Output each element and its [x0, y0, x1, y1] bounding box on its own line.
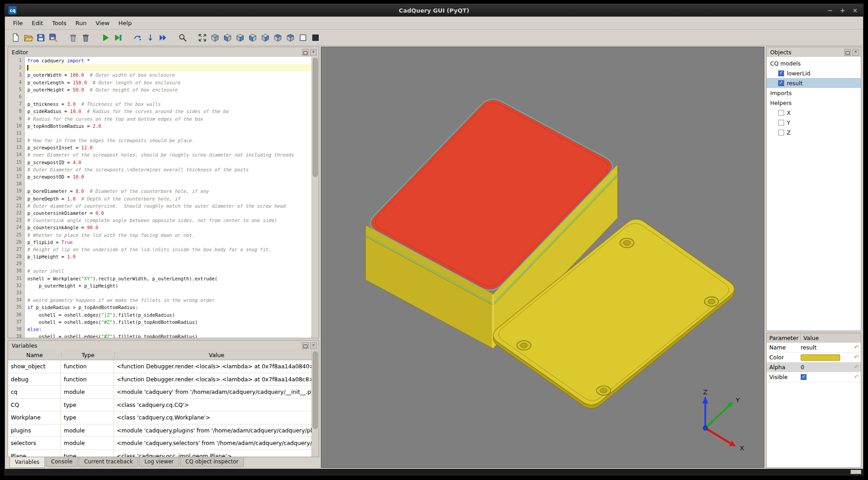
title-bar[interactable]: cq CadQuery GUI (PyQT) − + × [5, 4, 863, 17]
code-line[interactable]: 17 p_screwpostOD = 10.0 [8, 173, 319, 180]
float-objects-button[interactable] [844, 49, 851, 56]
color-swatch[interactable] [801, 354, 840, 361]
column-header-value[interactable]: Value [801, 335, 861, 341]
item-checkbox[interactable] [778, 130, 784, 135]
shaded-button[interactable] [309, 31, 322, 44]
wireframe-button[interactable] [297, 31, 309, 44]
variables-scrollbar-thumb[interactable] [313, 351, 318, 429]
menu-view[interactable]: View [91, 18, 114, 28]
new-file-button[interactable] [9, 31, 22, 44]
code-line[interactable]: 35 if p_sideRadius > p_topAndBottomRadiu… [8, 304, 319, 311]
reset-icon[interactable]: ↶ [854, 354, 859, 361]
item-checkbox[interactable] [778, 70, 784, 76]
3d-scene[interactable]: Z Y X [321, 47, 764, 467]
view-right-button[interactable] [259, 31, 272, 44]
close-variables-button[interactable]: × [310, 342, 317, 349]
view-back-button[interactable] [234, 31, 246, 44]
column-header-type[interactable]: Type [61, 352, 115, 358]
tree-item-y[interactable]: Y [767, 118, 861, 127]
code-line[interactable]: 1 from cadquery import * [8, 57, 319, 64]
tab-console[interactable]: Console [46, 457, 78, 467]
run-script-button[interactable] [99, 31, 112, 44]
column-header-name[interactable]: Name [8, 352, 61, 358]
delete-button[interactable] [67, 31, 79, 44]
step-over-button[interactable] [132, 31, 144, 44]
tab-variables[interactable]: Variables [9, 457, 45, 468]
code-line[interactable]: 14 # nner Diameter of the screwpost hole… [8, 151, 319, 158]
code-line[interactable]: 8 p_sideRadius = 10.0 # Radius for the c… [8, 108, 319, 115]
tree-item-lowerlid[interactable]: lowerLid [767, 68, 861, 78]
code-line[interactable]: 11 [8, 130, 319, 137]
3d-viewport[interactable]: Z Y X [321, 47, 764, 468]
tree-item-imports[interactable]: Imports [767, 88, 861, 98]
tree-item-x[interactable]: X [767, 108, 861, 118]
editor-panel-titlebar[interactable]: Editor × [8, 47, 319, 57]
code-line[interactable]: 12 # How far in from the edges the screw… [8, 137, 319, 144]
item-checkbox[interactable] [778, 120, 784, 126]
view-isometric-button[interactable] [209, 31, 221, 44]
close-button[interactable]: × [852, 7, 858, 13]
column-header-value[interactable]: Value [115, 352, 319, 358]
item-checkbox[interactable] [778, 110, 784, 116]
code-line[interactable]: 10 p_topAndBottomRadius = 2.0 [8, 122, 319, 130]
reset-icon[interactable]: ↶ [854, 374, 859, 380]
view-bottom-button[interactable] [284, 31, 297, 44]
variables-panel-titlebar[interactable]: Variables × [8, 340, 319, 351]
code-line[interactable]: 34 # weird geometry happens if we make t… [8, 297, 319, 304]
step-into-button[interactable] [144, 31, 157, 44]
reset-icon[interactable]: ↶ [854, 364, 859, 371]
visible-checkbox[interactable] [801, 374, 807, 380]
code-line[interactable]: 33 [8, 289, 319, 297]
code-line[interactable]: 2 [8, 64, 319, 71]
resize-grip[interactable] [850, 470, 861, 474]
zoom-button[interactable] [176, 31, 189, 44]
code-line[interactable]: 30 # outer shell [8, 267, 319, 275]
code-line[interactable]: 38 else: [8, 326, 319, 333]
code-line[interactable]: 36 oshell = oshell.edges("|Z").fillet(p_… [8, 311, 319, 319]
view-left-button[interactable] [246, 31, 259, 44]
debug-script-button[interactable] [112, 31, 124, 44]
tab-cq-object-inspector[interactable]: CQ object inspector [180, 457, 244, 467]
code-line[interactable]: 18 [8, 180, 319, 188]
tree-item-result[interactable]: result [767, 78, 861, 88]
variable-row[interactable]: CQ type <class 'cadquery.cq.CQ'> [8, 399, 319, 412]
variable-row[interactable]: show_object function <function Debugger.… [8, 360, 319, 373]
code-line[interactable]: 9 # Radius for the curves on the top and… [8, 115, 319, 122]
column-header-parameter[interactable]: Parameter [767, 333, 801, 343]
tree-item-helpers[interactable]: Helpers [767, 98, 861, 108]
code-line[interactable]: 24 p_countersinkAngle = 90.0 [8, 224, 319, 231]
code-line[interactable]: 19 p_boreDiameter = 8.0 # Diameter of th… [8, 188, 319, 195]
code-line[interactable]: 7 p_thickness = 3.0 # Thickness of the b… [8, 100, 319, 108]
view-top-button[interactable] [272, 31, 284, 44]
float-editor-button[interactable] [302, 49, 309, 56]
save-as-button[interactable] [47, 31, 60, 44]
code-line[interactable]: 13 p_screwpostInset = 12.0 [8, 144, 319, 151]
tree-item-cq-models[interactable]: CQ models [767, 58, 861, 68]
code-line[interactable]: 22 p_countersinkDiameter = 0.0 [8, 209, 319, 217]
code-line[interactable]: 32 p_outerHeight + p_lipHeight) [8, 282, 319, 289]
code-line[interactable]: 5 p_outerHeight = 50.0 # Outer height of… [8, 86, 319, 93]
code-line[interactable]: 26 p_flipLid = True [8, 239, 319, 246]
param-row[interactable]: Name result ↶ [767, 343, 861, 353]
param-row[interactable]: Visible ↶ [767, 372, 861, 382]
code-line[interactable]: 4 p_outerLength = 150.0 # Outer length o… [8, 79, 319, 86]
continue-button[interactable] [157, 31, 169, 44]
param-row[interactable]: Color ↶ [767, 353, 861, 362]
variable-row[interactable]: cq module <module 'cadquery' from '/home… [8, 386, 319, 399]
menu-help[interactable]: Help [114, 18, 136, 28]
code-editor[interactable]: 1 from cadquery import * 2 3 p_outerWidt… [8, 57, 319, 338]
objects-panel-titlebar[interactable]: Objects × [767, 47, 861, 57]
code-line[interactable]: 20 p_boreDepth = 1.0 # Depth of the coun… [8, 195, 319, 202]
tab-log-viewer[interactable]: Log viewer [139, 457, 179, 467]
menu-file[interactable]: File [9, 18, 27, 28]
editor-scrollbar-thumb[interactable] [313, 58, 318, 177]
menu-tools[interactable]: Tools [48, 18, 71, 28]
save-button[interactable] [35, 31, 47, 44]
code-line[interactable]: 15 p_screwpostID = 4.0 [8, 159, 319, 166]
code-line[interactable]: 27 # Height of lip on the underside of t… [8, 246, 319, 253]
open-file-button[interactable] [22, 31, 35, 44]
fit-all-button[interactable] [196, 31, 209, 44]
code-line[interactable]: 39 oshell = oshell.edges("#Z").fillet(p_… [8, 333, 319, 338]
code-line[interactable]: 31 oshell = Workplane("XY").rect(p_outer… [8, 275, 319, 282]
code-line[interactable]: 6 [8, 93, 319, 100]
